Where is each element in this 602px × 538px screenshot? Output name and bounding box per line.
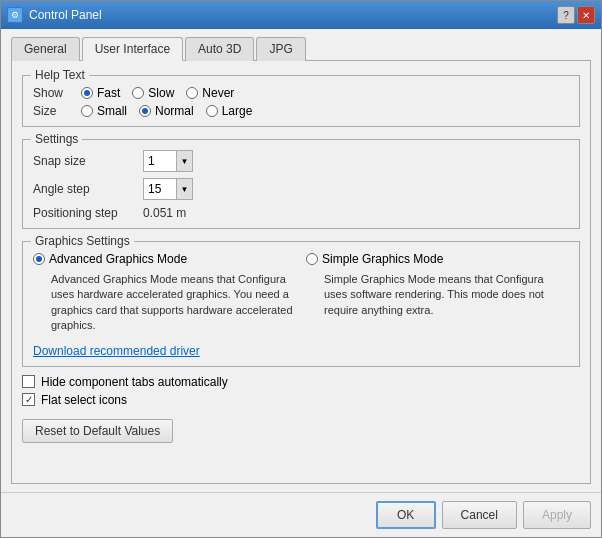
size-normal-radio[interactable]	[139, 105, 151, 117]
angle-step-value: 15	[148, 182, 176, 196]
reset-button[interactable]: Reset to Default Values	[22, 419, 173, 443]
graphics-group: Graphics Settings Advanced Graphics Mode…	[22, 241, 580, 367]
tab-bar: General User Interface Auto 3D JPG	[11, 37, 591, 61]
show-never-radio[interactable]	[186, 87, 198, 99]
size-large-radio[interactable]	[206, 105, 218, 117]
graphics-group-label: Graphics Settings	[31, 234, 134, 248]
positioning-step-row: Positioning step 0.051 m	[33, 206, 569, 220]
snap-size-row: Snap size 1 ▼	[33, 150, 569, 172]
apply-button[interactable]: Apply	[523, 501, 591, 529]
window-title: Control Panel	[29, 8, 102, 22]
tab-general[interactable]: General	[11, 37, 80, 61]
positioning-step-value: 0.051 m	[143, 206, 186, 220]
angle-step-row: Angle step 15 ▼	[33, 178, 569, 200]
checkboxes-area: Hide component tabs automatically Flat s…	[22, 375, 580, 411]
size-radio-group: Small Normal Large	[81, 104, 252, 118]
snap-size-arrow[interactable]: ▼	[176, 151, 192, 171]
show-label: Show	[33, 86, 73, 100]
simple-graphics-title: Simple Graphics Mode	[306, 252, 569, 266]
hide-tabs-checkbox[interactable]	[22, 375, 35, 388]
size-normal-label: Normal	[155, 104, 194, 118]
title-bar-left: ⚙ Control Panel	[7, 7, 102, 23]
help-text-group-label: Help Text	[31, 68, 89, 82]
simple-graphics-label: Simple Graphics Mode	[322, 252, 443, 266]
advanced-graphics-desc: Advanced Graphics Mode means that Config…	[33, 272, 296, 334]
size-large-option[interactable]: Large	[206, 104, 253, 118]
show-never-label: Never	[202, 86, 234, 100]
close-button[interactable]: ✕	[577, 6, 595, 24]
advanced-graphics-option: Advanced Graphics Mode Advanced Graphics…	[33, 252, 296, 358]
size-label: Size	[33, 104, 73, 118]
size-small-option[interactable]: Small	[81, 104, 127, 118]
tab-auto-3d[interactable]: Auto 3D	[185, 37, 254, 61]
size-row: Size Small Normal Large	[33, 104, 569, 118]
snap-size-dropdown[interactable]: 1 ▼	[143, 150, 193, 172]
ok-button[interactable]: OK	[376, 501, 436, 529]
tab-content: Help Text Show Fast Slow	[11, 60, 591, 484]
angle-step-arrow[interactable]: ▼	[176, 179, 192, 199]
show-slow-label: Slow	[148, 86, 174, 100]
show-slow-radio[interactable]	[132, 87, 144, 99]
cancel-button[interactable]: Cancel	[442, 501, 517, 529]
simple-graphics-option: Simple Graphics Mode Simple Graphics Mod…	[306, 252, 569, 358]
show-never-option[interactable]: Never	[186, 86, 234, 100]
reset-button-area: Reset to Default Values	[22, 419, 580, 443]
title-bar: ⚙ Control Panel ? ✕	[1, 1, 601, 29]
help-button[interactable]: ?	[557, 6, 575, 24]
show-slow-option[interactable]: Slow	[132, 86, 174, 100]
advanced-graphics-radio[interactable]	[33, 253, 45, 265]
show-row: Show Fast Slow Never	[33, 86, 569, 100]
snap-size-label: Snap size	[33, 154, 143, 168]
positioning-step-label: Positioning step	[33, 206, 143, 220]
content-area: General User Interface Auto 3D JPG Help …	[1, 29, 601, 492]
show-radio-group: Fast Slow Never	[81, 86, 234, 100]
title-buttons: ? ✕	[557, 6, 595, 24]
graphics-grid: Advanced Graphics Mode Advanced Graphics…	[33, 252, 569, 358]
show-fast-label: Fast	[97, 86, 120, 100]
help-text-group: Help Text Show Fast Slow	[22, 75, 580, 127]
size-large-label: Large	[222, 104, 253, 118]
size-normal-option[interactable]: Normal	[139, 104, 194, 118]
simple-graphics-desc: Simple Graphics Mode means that Configur…	[306, 272, 569, 318]
show-fast-radio[interactable]	[81, 87, 93, 99]
download-driver-link[interactable]: Download recommended driver	[33, 344, 296, 358]
snap-size-value: 1	[148, 154, 176, 168]
window-icon: ⚙	[7, 7, 23, 23]
hide-tabs-label: Hide component tabs automatically	[41, 375, 228, 389]
angle-step-dropdown[interactable]: 15 ▼	[143, 178, 193, 200]
flat-icons-checkbox[interactable]	[22, 393, 35, 406]
show-fast-option[interactable]: Fast	[81, 86, 120, 100]
size-small-radio[interactable]	[81, 105, 93, 117]
flat-icons-label: Flat select icons	[41, 393, 127, 407]
hide-tabs-row: Hide component tabs automatically	[22, 375, 580, 389]
settings-group-label: Settings	[31, 132, 82, 146]
flat-icons-row: Flat select icons	[22, 393, 580, 407]
tab-user-interface[interactable]: User Interface	[82, 37, 183, 61]
tab-jpg[interactable]: JPG	[256, 37, 305, 61]
footer: OK Cancel Apply	[1, 492, 601, 537]
angle-step-label: Angle step	[33, 182, 143, 196]
simple-graphics-radio[interactable]	[306, 253, 318, 265]
advanced-graphics-title: Advanced Graphics Mode	[33, 252, 296, 266]
control-panel-window: ⚙ Control Panel ? ✕ General User Interfa…	[0, 0, 602, 538]
settings-group: Settings Snap size 1 ▼ Angle step 15 ▼	[22, 139, 580, 229]
advanced-graphics-label: Advanced Graphics Mode	[49, 252, 187, 266]
size-small-label: Small	[97, 104, 127, 118]
